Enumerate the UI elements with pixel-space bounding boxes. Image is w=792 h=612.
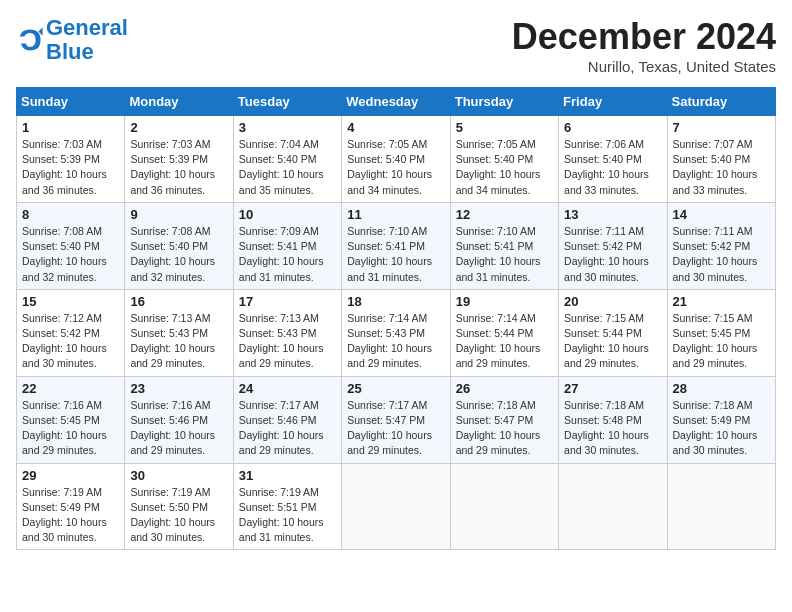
calendar-cell: 20 Sunrise: 7:15 AMSunset: 5:44 PMDaylig…: [559, 289, 667, 376]
day-number: 14: [673, 207, 770, 222]
day-info: Sunrise: 7:15 AMSunset: 5:45 PMDaylight:…: [673, 312, 758, 370]
calendar-cell: 27 Sunrise: 7:18 AMSunset: 5:48 PMDaylig…: [559, 376, 667, 463]
calendar-week-1: 1 Sunrise: 7:03 AMSunset: 5:39 PMDayligh…: [17, 116, 776, 203]
day-number: 24: [239, 381, 336, 396]
day-number: 16: [130, 294, 227, 309]
calendar-cell: 1 Sunrise: 7:03 AMSunset: 5:39 PMDayligh…: [17, 116, 125, 203]
page-header: General Blue December 2024 Nurillo, Texa…: [16, 16, 776, 75]
day-number: 21: [673, 294, 770, 309]
day-number: 29: [22, 468, 119, 483]
day-number: 5: [456, 120, 553, 135]
day-info: Sunrise: 7:13 AMSunset: 5:43 PMDaylight:…: [239, 312, 324, 370]
calendar-table: SundayMondayTuesdayWednesdayThursdayFrid…: [16, 87, 776, 550]
calendar-cell: 22 Sunrise: 7:16 AMSunset: 5:45 PMDaylig…: [17, 376, 125, 463]
day-info: Sunrise: 7:13 AMSunset: 5:43 PMDaylight:…: [130, 312, 215, 370]
calendar-cell: 18 Sunrise: 7:14 AMSunset: 5:43 PMDaylig…: [342, 289, 450, 376]
header-friday: Friday: [559, 88, 667, 116]
day-info: Sunrise: 7:17 AMSunset: 5:46 PMDaylight:…: [239, 399, 324, 457]
calendar-cell: 21 Sunrise: 7:15 AMSunset: 5:45 PMDaylig…: [667, 289, 775, 376]
day-number: 15: [22, 294, 119, 309]
calendar-cell: [667, 463, 775, 550]
day-info: Sunrise: 7:18 AMSunset: 5:48 PMDaylight:…: [564, 399, 649, 457]
day-number: 19: [456, 294, 553, 309]
calendar-cell: 12 Sunrise: 7:10 AMSunset: 5:41 PMDaylig…: [450, 202, 558, 289]
calendar-cell: 2 Sunrise: 7:03 AMSunset: 5:39 PMDayligh…: [125, 116, 233, 203]
day-info: Sunrise: 7:04 AMSunset: 5:40 PMDaylight:…: [239, 138, 324, 196]
day-number: 18: [347, 294, 444, 309]
calendar-cell: 6 Sunrise: 7:06 AMSunset: 5:40 PMDayligh…: [559, 116, 667, 203]
day-number: 31: [239, 468, 336, 483]
header-thursday: Thursday: [450, 88, 558, 116]
calendar-cell: 3 Sunrise: 7:04 AMSunset: 5:40 PMDayligh…: [233, 116, 341, 203]
day-number: 17: [239, 294, 336, 309]
day-info: Sunrise: 7:19 AMSunset: 5:49 PMDaylight:…: [22, 486, 107, 544]
day-info: Sunrise: 7:05 AMSunset: 5:40 PMDaylight:…: [456, 138, 541, 196]
day-info: Sunrise: 7:14 AMSunset: 5:43 PMDaylight:…: [347, 312, 432, 370]
day-number: 26: [456, 381, 553, 396]
day-number: 4: [347, 120, 444, 135]
day-info: Sunrise: 7:07 AMSunset: 5:40 PMDaylight:…: [673, 138, 758, 196]
day-number: 3: [239, 120, 336, 135]
header-tuesday: Tuesday: [233, 88, 341, 116]
day-number: 27: [564, 381, 661, 396]
day-info: Sunrise: 7:16 AMSunset: 5:45 PMDaylight:…: [22, 399, 107, 457]
day-info: Sunrise: 7:03 AMSunset: 5:39 PMDaylight:…: [130, 138, 215, 196]
header-sunday: Sunday: [17, 88, 125, 116]
header-monday: Monday: [125, 88, 233, 116]
title-block: December 2024 Nurillo, Texas, United Sta…: [512, 16, 776, 75]
calendar-cell: 26 Sunrise: 7:18 AMSunset: 5:47 PMDaylig…: [450, 376, 558, 463]
calendar-cell: 19 Sunrise: 7:14 AMSunset: 5:44 PMDaylig…: [450, 289, 558, 376]
calendar-cell: 7 Sunrise: 7:07 AMSunset: 5:40 PMDayligh…: [667, 116, 775, 203]
day-number: 6: [564, 120, 661, 135]
day-number: 30: [130, 468, 227, 483]
calendar-cell: 23 Sunrise: 7:16 AMSunset: 5:46 PMDaylig…: [125, 376, 233, 463]
calendar-week-4: 22 Sunrise: 7:16 AMSunset: 5:45 PMDaylig…: [17, 376, 776, 463]
calendar-cell: 24 Sunrise: 7:17 AMSunset: 5:46 PMDaylig…: [233, 376, 341, 463]
logo: General Blue: [16, 16, 128, 64]
logo-icon: [16, 26, 44, 54]
day-info: Sunrise: 7:18 AMSunset: 5:47 PMDaylight:…: [456, 399, 541, 457]
day-info: Sunrise: 7:03 AMSunset: 5:39 PMDaylight:…: [22, 138, 107, 196]
calendar-cell: 8 Sunrise: 7:08 AMSunset: 5:40 PMDayligh…: [17, 202, 125, 289]
calendar-cell: 5 Sunrise: 7:05 AMSunset: 5:40 PMDayligh…: [450, 116, 558, 203]
day-number: 9: [130, 207, 227, 222]
day-number: 12: [456, 207, 553, 222]
day-info: Sunrise: 7:19 AMSunset: 5:50 PMDaylight:…: [130, 486, 215, 544]
day-info: Sunrise: 7:14 AMSunset: 5:44 PMDaylight:…: [456, 312, 541, 370]
calendar-cell: 28 Sunrise: 7:18 AMSunset: 5:49 PMDaylig…: [667, 376, 775, 463]
calendar-week-5: 29 Sunrise: 7:19 AMSunset: 5:49 PMDaylig…: [17, 463, 776, 550]
day-info: Sunrise: 7:11 AMSunset: 5:42 PMDaylight:…: [564, 225, 649, 283]
day-info: Sunrise: 7:15 AMSunset: 5:44 PMDaylight:…: [564, 312, 649, 370]
calendar-header-row: SundayMondayTuesdayWednesdayThursdayFrid…: [17, 88, 776, 116]
day-info: Sunrise: 7:10 AMSunset: 5:41 PMDaylight:…: [456, 225, 541, 283]
header-wednesday: Wednesday: [342, 88, 450, 116]
subtitle: Nurillo, Texas, United States: [512, 58, 776, 75]
day-number: 2: [130, 120, 227, 135]
calendar-cell: [450, 463, 558, 550]
day-info: Sunrise: 7:08 AMSunset: 5:40 PMDaylight:…: [22, 225, 107, 283]
day-number: 10: [239, 207, 336, 222]
calendar-week-3: 15 Sunrise: 7:12 AMSunset: 5:42 PMDaylig…: [17, 289, 776, 376]
day-number: 13: [564, 207, 661, 222]
calendar-cell: 31 Sunrise: 7:19 AMSunset: 5:51 PMDaylig…: [233, 463, 341, 550]
day-info: Sunrise: 7:11 AMSunset: 5:42 PMDaylight:…: [673, 225, 758, 283]
day-info: Sunrise: 7:05 AMSunset: 5:40 PMDaylight:…: [347, 138, 432, 196]
day-number: 7: [673, 120, 770, 135]
calendar-cell: [342, 463, 450, 550]
day-info: Sunrise: 7:18 AMSunset: 5:49 PMDaylight:…: [673, 399, 758, 457]
day-number: 1: [22, 120, 119, 135]
day-info: Sunrise: 7:16 AMSunset: 5:46 PMDaylight:…: [130, 399, 215, 457]
day-number: 28: [673, 381, 770, 396]
day-number: 20: [564, 294, 661, 309]
day-info: Sunrise: 7:09 AMSunset: 5:41 PMDaylight:…: [239, 225, 324, 283]
day-info: Sunrise: 7:10 AMSunset: 5:41 PMDaylight:…: [347, 225, 432, 283]
calendar-cell: 4 Sunrise: 7:05 AMSunset: 5:40 PMDayligh…: [342, 116, 450, 203]
day-info: Sunrise: 7:12 AMSunset: 5:42 PMDaylight:…: [22, 312, 107, 370]
day-number: 8: [22, 207, 119, 222]
calendar-week-2: 8 Sunrise: 7:08 AMSunset: 5:40 PMDayligh…: [17, 202, 776, 289]
day-info: Sunrise: 7:17 AMSunset: 5:47 PMDaylight:…: [347, 399, 432, 457]
calendar-cell: [559, 463, 667, 550]
calendar-cell: 11 Sunrise: 7:10 AMSunset: 5:41 PMDaylig…: [342, 202, 450, 289]
day-info: Sunrise: 7:08 AMSunset: 5:40 PMDaylight:…: [130, 225, 215, 283]
day-number: 11: [347, 207, 444, 222]
